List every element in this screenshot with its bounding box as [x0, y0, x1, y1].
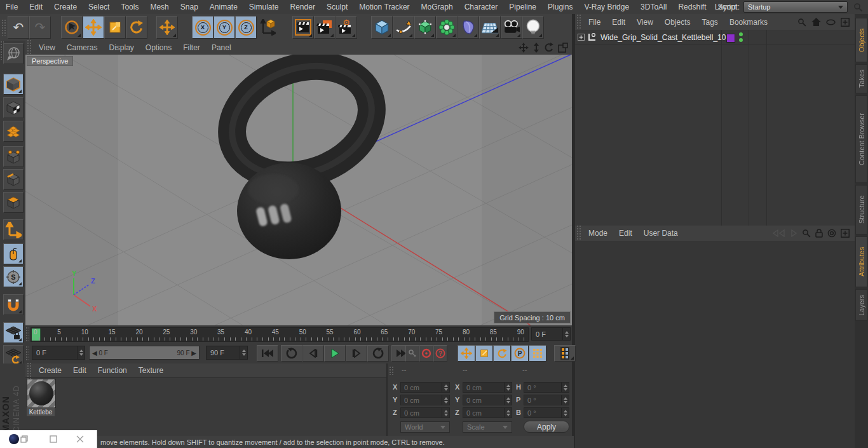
menu-item[interactable]: Sculpt: [321, 3, 353, 11]
pos-z-input[interactable]: 0 cm: [400, 407, 450, 418]
undo-button[interactable]: ↶: [8, 16, 29, 39]
material-thumbnail[interactable]: [27, 379, 56, 408]
object-row[interactable]: Wide_Grip_Solid_Cast_Kettlebell_10lb: [575, 30, 855, 45]
maximize-icon[interactable]: [50, 435, 57, 443]
menu-item[interactable]: Character: [459, 3, 504, 11]
timeline-window-button[interactable]: [554, 345, 576, 362]
tab-layers[interactable]: Layers: [855, 289, 867, 321]
workplane-lock-button[interactable]: [3, 322, 24, 343]
layer-color-chip[interactable]: [726, 34, 735, 43]
object-manager-body[interactable]: Wide_Grip_Solid_Cast_Kettlebell_10lb: [575, 30, 855, 226]
object-manager-menu-item[interactable]: Edit: [606, 18, 631, 27]
point-mode-button[interactable]: [3, 146, 24, 167]
stepper-icon[interactable]: [562, 328, 570, 340]
tab-attributes[interactable]: Attributes: [855, 236, 867, 287]
attribute-manager-body[interactable]: [575, 241, 855, 448]
menu-item[interactable]: 3DToAll: [635, 3, 672, 11]
attribute-menu-item[interactable]: Edit: [613, 229, 638, 238]
viewport-menu-item[interactable]: View: [33, 43, 61, 52]
menu-item[interactable]: Plugins: [542, 3, 578, 11]
tab-takes[interactable]: Takes: [855, 64, 867, 93]
menu-item[interactable]: File: [0, 3, 24, 11]
visibility-dots[interactable]: [739, 32, 743, 42]
menu-item[interactable]: Edit: [24, 3, 48, 11]
apply-button[interactable]: Apply: [524, 421, 569, 433]
tweak-mode-button[interactable]: [3, 243, 24, 264]
material-menu-item[interactable]: Edit: [67, 366, 92, 375]
menu-item[interactable]: Tools: [115, 3, 144, 11]
stepper-icon[interactable]: [442, 395, 449, 405]
search-icon[interactable]: [802, 229, 811, 238]
current-frame-field[interactable]: 0 F: [531, 327, 571, 341]
y-axis-lock-button[interactable]: Y: [214, 16, 235, 39]
overlay-window-titlebar[interactable]: [0, 430, 97, 448]
tab-content-browser[interactable]: Content Browser: [855, 95, 867, 183]
stepper-icon[interactable]: [504, 408, 512, 417]
render-picture-viewer-button[interactable]: [314, 16, 336, 39]
stepper-icon[interactable]: [240, 346, 247, 359]
add-panel-icon[interactable]: [841, 229, 850, 238]
rot-b-input[interactable]: 0 °: [524, 407, 569, 418]
key-position-toggle[interactable]: [458, 345, 475, 362]
material-menu-item[interactable]: Create: [33, 366, 67, 375]
history-forward-icon[interactable]: [790, 229, 797, 237]
tab-objects[interactable]: Objects: [855, 18, 867, 62]
key-parameter-toggle[interactable]: P: [511, 345, 529, 362]
filter-eye-icon[interactable]: [826, 19, 836, 25]
redo-button[interactable]: ↷: [29, 16, 51, 39]
viewport-drag-handle[interactable]: [27, 39, 32, 56]
material-name[interactable]: Kettlebe: [27, 407, 55, 416]
add-deformer-button[interactable]: [458, 16, 479, 39]
object-manager-menu-item[interactable]: File: [583, 18, 606, 27]
material-menu-item[interactable]: Function: [92, 366, 133, 375]
snap-settings-button[interactable]: S: [3, 266, 24, 287]
render-view-button[interactable]: [292, 16, 314, 39]
render-settings-button[interactable]: ⚙: [336, 16, 357, 39]
menu-item[interactable]: Snap: [175, 3, 204, 11]
preview-range-slider[interactable]: ◀ 0 F 90 F ▶: [89, 346, 200, 360]
toolbar-drag-handle[interactable]: [1, 19, 6, 36]
object-manager-menu-item[interactable]: Tags: [696, 18, 724, 27]
autokey-button[interactable]: [419, 345, 433, 362]
stepper-icon[interactable]: [561, 395, 569, 405]
key-rotation-toggle[interactable]: [493, 345, 511, 362]
lock-icon[interactable]: [815, 229, 823, 238]
object-manager-menu-item[interactable]: Objects: [659, 18, 696, 27]
maximize-view-icon[interactable]: [558, 43, 568, 53]
home-icon[interactable]: [811, 18, 821, 27]
model-mode-button[interactable]: [3, 74, 24, 95]
range-end-field[interactable]: 90 F: [206, 346, 248, 360]
range-right-arrow[interactable]: ▶: [191, 350, 196, 356]
make-editable-button[interactable]: [3, 43, 24, 64]
viewport-menu-item[interactable]: Display: [103, 43, 139, 52]
menu-item[interactable]: Motion Tracker: [353, 3, 415, 11]
last-used-tool-button[interactable]: [156, 16, 178, 39]
goto-start-button[interactable]: [257, 345, 278, 362]
add-primitive-button[interactable]: [371, 16, 393, 39]
play-forward-button[interactable]: [367, 345, 389, 362]
move-tool-button[interactable]: [83, 16, 104, 39]
texture-axis-mode-button[interactable]: [3, 121, 24, 142]
attribute-menu-item[interactable]: User Data: [638, 229, 684, 238]
add-mograph-button[interactable]: [436, 16, 458, 39]
menu-item[interactable]: Animate: [204, 3, 243, 11]
stepper-icon[interactable]: [504, 395, 512, 405]
pan-view-icon[interactable]: [519, 43, 529, 53]
add-light-button[interactable]: [522, 16, 544, 39]
magnet-button[interactable]: [3, 294, 24, 315]
menu-item[interactable]: Create: [48, 3, 83, 11]
add-camera-button[interactable]: [501, 16, 522, 39]
timeline-ruler[interactable]: 051015202530354045505560657075808590: [31, 327, 529, 342]
add-subdivision-surface-button[interactable]: [414, 16, 436, 39]
record-key-button[interactable]: [405, 345, 419, 362]
object-manager-menu-item[interactable]: Bookmarks: [724, 18, 773, 27]
range-start-field[interactable]: 0 F: [32, 346, 85, 360]
scale-z-input[interactable]: 0 cm: [463, 407, 512, 418]
rot-h-input[interactable]: 0 °: [524, 382, 569, 393]
next-frame-button[interactable]: [346, 345, 367, 362]
timeline-drag-handle[interactable]: [25, 327, 29, 342]
dolly-view-icon[interactable]: [532, 43, 540, 53]
menu-item[interactable]: Render: [285, 3, 321, 11]
orbit-view-icon[interactable]: [544, 43, 554, 53]
scale-y-input[interactable]: 0 cm: [463, 395, 512, 405]
